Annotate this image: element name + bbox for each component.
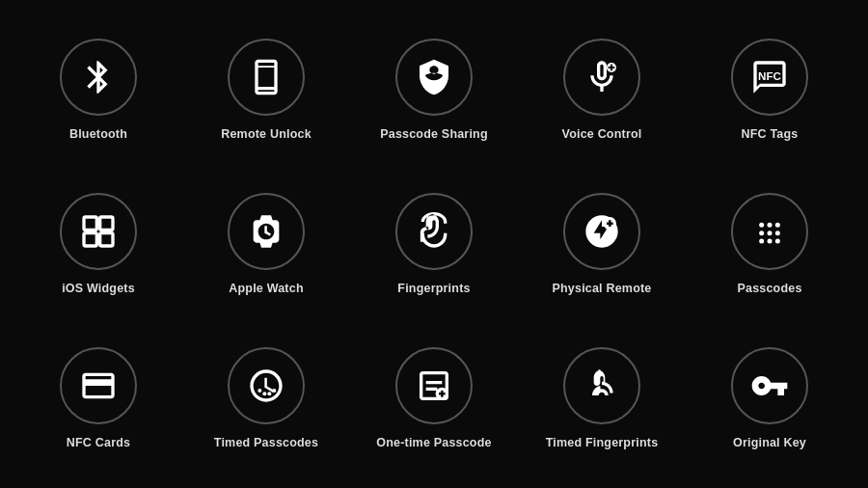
svg-point-18 [267,392,271,395]
svg-point-7 [759,223,764,228]
nfc-cards-icon [79,366,118,405]
fingerprints-icon [415,212,453,251]
nfc-tags-icon: NFC [750,58,789,96]
ios-widgets-label: iOS Widgets [62,282,135,295]
item-voice-control[interactable]: Voice Control [523,17,681,162]
svg-point-19 [272,389,276,393]
svg-rect-2 [84,217,96,230]
fingerprints-icon-circle [395,193,473,270]
timed-passcodes-icon-circle [228,347,305,424]
apple-watch-icon [247,212,285,251]
timed-fingerprints-icon-circle [563,347,640,424]
item-ios-widgets[interactable]: iOS Widgets [19,172,177,316]
svg-point-12 [775,230,780,235]
one-time-passcode-label: One-time Passcode [376,436,491,449]
original-key-icon [750,366,789,405]
item-passcodes[interactable]: Passcodes [691,172,849,316]
nfc-tags-label: NFC Tags [741,127,798,141]
svg-text:NFC: NFC [758,69,782,82]
voice-control-label: Voice Control [562,127,642,141]
original-key-icon-circle [731,347,808,424]
remote-unlock-icon-circle [228,39,305,116]
bluetooth-label: Bluetooth [69,127,127,141]
voice-control-icon-circle [563,39,640,116]
apple-watch-label: Apple Watch [229,282,303,295]
passcodes-icon-circle [731,193,808,270]
fingerprints-label: Fingerprints [397,282,470,295]
item-nfc-tags[interactable]: NFC NFC Tags [691,17,849,162]
timed-fingerprints-label: Timed Fingerprints [546,436,659,449]
item-remote-unlock[interactable]: Remote Unlock [187,17,345,162]
ios-widgets-icon-circle [60,193,137,270]
item-nfc-cards[interactable]: NFC Cards [19,326,177,471]
bluetooth-icon-circle [60,39,137,116]
svg-point-10 [759,230,764,235]
item-fingerprints[interactable]: Fingerprints [355,172,513,316]
svg-point-17 [262,392,266,395]
nfc-tags-icon-circle: NFC [731,39,808,116]
svg-point-16 [258,389,261,393]
timed-passcodes-icon [247,366,285,405]
svg-point-11 [768,230,773,235]
item-timed-passcodes[interactable]: Timed Passcodes [187,326,345,471]
timed-passcodes-label: Timed Passcodes [214,436,318,449]
svg-point-13 [759,239,764,244]
item-passcode-sharing[interactable]: Passcode Sharing [355,17,513,162]
one-time-passcode-icon-circle [395,347,473,424]
one-time-passcode-icon [415,366,453,405]
physical-remote-label: Physical Remote [552,282,651,295]
remote-unlock-icon [247,58,285,96]
item-original-key[interactable]: Original Key [691,326,849,471]
timed-fingerprints-icon [583,366,621,405]
svg-rect-4 [84,233,96,246]
svg-point-8 [768,223,773,228]
item-physical-remote[interactable]: Physical Remote [523,172,681,316]
svg-rect-3 [100,217,113,230]
physical-remote-icon [583,212,621,251]
svg-point-9 [775,223,780,228]
passcode-sharing-icon-circle [395,39,473,116]
bluetooth-icon [79,58,118,96]
svg-rect-5 [100,233,113,246]
passcode-sharing-icon [415,58,453,96]
item-one-time-passcode[interactable]: One-time Passcode [355,326,513,471]
passcodes-label: Passcodes [737,282,801,295]
nfc-cards-label: NFC Cards [67,436,130,449]
passcodes-icon [750,212,789,251]
item-apple-watch[interactable]: Apple Watch [187,172,345,316]
svg-point-14 [768,239,773,244]
feature-grid: Bluetooth Remote Unlock Passcode Sharing [10,8,858,480]
remote-unlock-label: Remote Unlock [221,127,312,141]
physical-remote-icon-circle [563,193,640,270]
apple-watch-icon-circle [228,193,305,270]
svg-point-15 [775,239,780,244]
original-key-label: Original Key [733,436,806,449]
item-bluetooth[interactable]: Bluetooth [19,17,177,162]
nfc-cards-icon-circle [60,347,137,424]
item-timed-fingerprints[interactable]: Timed Fingerprints [523,326,681,471]
voice-control-icon [583,58,621,96]
ios-widgets-icon [79,212,118,251]
passcode-sharing-label: Passcode Sharing [380,127,488,141]
